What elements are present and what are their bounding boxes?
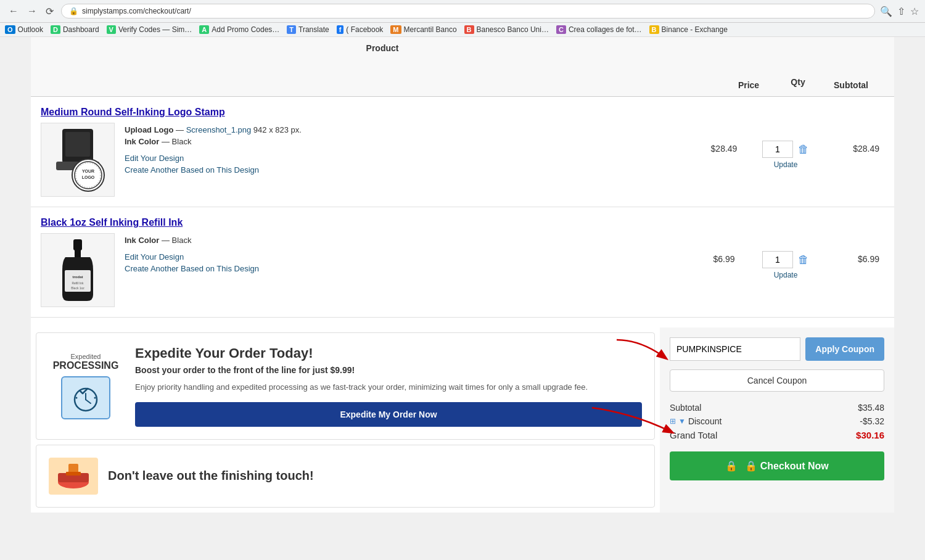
cart-item-ink: Black 1oz Self Inking Refill Ink (31, 207, 894, 318)
svg-point-18 (94, 397, 96, 398)
back-button[interactable]: ← (6, 4, 21, 18)
checkout-button[interactable]: 🔒 🔒 Checkout Now (670, 451, 884, 480)
product-image-ink: trodat Refill Ink Black 1oz (41, 233, 115, 307)
ink-color-value-2: Black (172, 236, 192, 245)
ink-color-info: Ink Color — Black (125, 137, 302, 146)
coupon-input[interactable] (670, 337, 800, 361)
upload-info: Upload Logo — Screenshot_1.png 942 x 823… (125, 125, 302, 134)
bookmark-label: Crea collages de fot… (569, 25, 642, 34)
clock-check-svg (70, 382, 101, 413)
qty-row-ink: 🗑 (762, 251, 809, 268)
lock-checkout-icon: 🔒 (725, 460, 738, 472)
forward-button[interactable]: → (25, 4, 39, 18)
expedite-processing: PROCESSING (49, 360, 123, 371)
product-info-stamp: Medium Round Self-Inking Logo Stamp (41, 107, 699, 197)
bookmark-binance[interactable]: B Binance - Exchange (649, 25, 728, 34)
bookmark-verify[interactable]: V Verify Codes — Sim… (107, 25, 192, 34)
bookmark-label: Outlook (18, 25, 43, 34)
product-info-ink: Black 1oz Self Inking Refill Ink (41, 217, 699, 307)
delete-icon-stamp[interactable]: 🗑 (798, 143, 809, 156)
qty-row-stamp: 🗑 (762, 141, 809, 158)
discount-label: Discount (688, 416, 722, 426)
promo-section: Expedited PROCESSING (31, 327, 660, 513)
delete-icon-ink[interactable]: 🗑 (798, 253, 809, 266)
qty-input-ink[interactable] (762, 251, 793, 268)
svg-line-16 (86, 400, 91, 403)
cancel-coupon-button[interactable]: Cancel Coupon (670, 369, 884, 392)
create-another-link-2[interactable]: Create Another Based on This Design (125, 264, 259, 273)
svg-rect-22 (66, 472, 81, 476)
product-title-ink[interactable]: Black 1oz Self Inking Refill Ink (41, 217, 699, 228)
share-icon[interactable]: ⇧ (897, 6, 905, 17)
expedite-icon (61, 376, 110, 419)
cart-table-header: Product Price Qty Subtotal (31, 37, 894, 97)
order-summary: Apply Coupon Cancel Coupon Subtotal $35.… (660, 327, 894, 513)
bottom-section: Expedited PROCESSING (31, 327, 894, 513)
expedite-subtitle: Boost your order to the front of the lin… (135, 365, 642, 375)
svg-rect-8 (73, 239, 82, 250)
svg-text:Refill Ink: Refill Ink (72, 281, 84, 285)
bookmark-label: Add Promo Codes… (212, 25, 279, 34)
lock-icon: 🔒 (69, 7, 78, 15)
header-product: Product (41, 43, 724, 90)
ink-color-info-2: Ink Color — Black (125, 236, 259, 245)
totals-section: Subtotal $35.48 ⊞ ▼ Discount -$5.32 Gran… (670, 398, 884, 440)
svg-point-17 (76, 397, 78, 398)
apply-coupon-button[interactable]: Apply Coupon (805, 337, 884, 361)
edit-design-link-1[interactable]: Edit Your Design (125, 154, 302, 163)
discount-info: ⊞ ▼ Discount (670, 416, 722, 426)
refresh-button[interactable]: ⟳ (43, 4, 56, 19)
subtotal-stamp: $28.49 (823, 107, 884, 154)
expedite-left: Expedited PROCESSING (49, 353, 123, 419)
product-meta-ink: Ink Color — Black Edit Your Design Creat… (125, 233, 259, 273)
cart-item-stamp: Medium Round Self-Inking Logo Stamp (31, 97, 894, 207)
update-link-stamp[interactable]: Update (774, 160, 798, 169)
bookmark-label: Binance - Exchange (662, 25, 728, 34)
create-another-link-1[interactable]: Create Another Based on This Design (125, 165, 302, 175)
qty-wrapper-stamp: 🗑 Update (749, 141, 823, 169)
bookmark-outlook[interactable]: O Outlook (5, 25, 43, 34)
search-icon[interactable]: 🔍 (880, 6, 892, 17)
bookmark-label: Banesco Banco Uni… (477, 25, 549, 34)
svg-rect-1 (65, 132, 90, 157)
product-links-ink: Edit Your Design Create Another Based on… (125, 252, 259, 273)
bookmark-crea[interactable]: C Crea collages de fot… (556, 25, 642, 34)
edit-design-link-2[interactable]: Edit Your Design (125, 252, 259, 261)
browser-navigation: ← → ⟳ (6, 4, 56, 19)
bookmark-icon[interactable]: ☆ (910, 6, 919, 17)
header-qty: Qty (773, 43, 823, 90)
ink-label: Ink Color (125, 137, 159, 146)
expedite-box: Expedited PROCESSING (36, 332, 655, 440)
expedite-title: Expedite Your Order Today! (135, 345, 642, 361)
qty-input-stamp[interactable] (762, 141, 793, 158)
upload-dimensions: 942 x 823 px. (253, 125, 302, 134)
bookmark-translate[interactable]: T Translate (287, 25, 329, 34)
grand-total-value: $30.16 (856, 430, 884, 440)
bookmark-promo[interactable]: A Add Promo Codes… (199, 25, 279, 34)
subtotal-value: $35.48 (858, 403, 884, 413)
expedite-description: Enjoy priority handling and expedited pr… (135, 381, 642, 393)
upload-file-link[interactable]: Screenshot_1.png (186, 125, 252, 134)
chevron-down-icon[interactable]: ▼ (678, 417, 686, 426)
svg-text:trodat: trodat (73, 275, 83, 279)
qty-stamp: 🗑 Update (749, 107, 823, 169)
svg-text:LOGO: LOGO (82, 175, 95, 179)
url-text: simplystamps.com/checkout/cart/ (82, 7, 191, 15)
expedite-button[interactable]: Expedite My Order Now (135, 402, 642, 427)
product-links-stamp: Edit Your Design Create Another Based on… (125, 154, 302, 175)
bookmark-banesco[interactable]: B Banesco Banco Uni… (464, 25, 549, 34)
qty-wrapper-ink: 🗑 Update (749, 251, 823, 279)
url-bar[interactable]: 🔒 simplystamps.com/checkout/cart/ (61, 4, 875, 19)
finishing-image (49, 458, 98, 495)
update-link-ink[interactable]: Update (774, 271, 798, 279)
expand-icon[interactable]: ⊞ (670, 417, 676, 426)
finishing-box: Don't leave out the finishing touch! (36, 445, 655, 508)
subtotal-row: Subtotal $35.48 (670, 403, 884, 413)
ink-color-value: Black (172, 137, 192, 146)
product-details-ink: trodat Refill Ink Black 1oz Ink Color — … (41, 233, 699, 307)
bookmark-dashboard[interactable]: D Dashboard (51, 25, 99, 34)
bookmark-mercantil[interactable]: M Mercantil Banco (390, 25, 456, 34)
product-title-stamp[interactable]: Medium Round Self-Inking Logo Stamp (41, 107, 699, 118)
coupon-section: Apply Coupon (670, 337, 884, 361)
bookmark-facebook[interactable]: f ( Facebook (337, 25, 384, 34)
